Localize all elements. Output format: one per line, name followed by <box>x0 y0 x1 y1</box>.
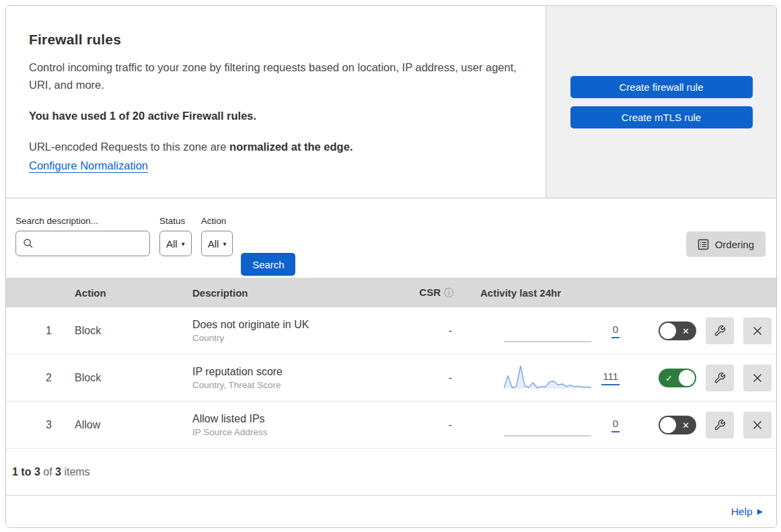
page-title: Firewall rules <box>29 32 519 48</box>
chevron-down-icon: ▾ <box>182 240 185 248</box>
table-header: Action Description CSRⓘ Activity last 24… <box>6 278 776 307</box>
toggle-state-icon: ✓ <box>665 373 673 382</box>
rule-csr-value: - <box>403 372 470 384</box>
action-label: Action <box>201 216 233 226</box>
search-icon <box>23 238 34 249</box>
info-icon[interactable]: ⓘ <box>444 287 453 298</box>
action-filter-group: Action All ▾ <box>201 216 233 256</box>
rule-delete-cell <box>734 317 776 344</box>
delete-rule-button[interactable] <box>743 317 772 344</box>
rule-toggle-cell: ✕ <box>632 416 699 434</box>
delete-rule-button[interactable] <box>743 365 772 391</box>
activity-sparkline <box>504 316 591 346</box>
status-select[interactable]: All ▾ <box>159 231 192 256</box>
create-mtls-rule-button[interactable]: Create mTLS rule <box>570 106 753 128</box>
edit-rule-button[interactable] <box>706 412 734 439</box>
rule-description-cell: Allow listed IPs IP Source Address <box>192 413 403 437</box>
rule-enabled-toggle[interactable]: ✕ <box>659 321 696 340</box>
rule-priority: 3 <box>6 419 75 431</box>
page-header: Firewall rules Control incoming traffic … <box>6 6 776 198</box>
wrench-icon <box>714 372 726 384</box>
actions-panel: Create firewall rule Create mTLS rule <box>546 6 776 198</box>
rule-toggle-cell: ✓ <box>632 369 699 387</box>
rule-edit-cell <box>699 365 734 391</box>
toggle-state-icon: ✕ <box>682 326 690 335</box>
rule-description-cell: Does not originate in UK Country <box>192 319 403 343</box>
wrench-icon <box>714 419 726 431</box>
search-box[interactable] <box>15 231 150 256</box>
chevron-down-icon: ▾ <box>223 240 226 248</box>
toggle-knob <box>660 323 676 339</box>
status-label: Status <box>159 216 192 226</box>
close-icon <box>752 373 763 383</box>
rule-action: Block <box>75 325 192 337</box>
normalization-notice: URL-encoded Requests to this zone are no… <box>29 141 519 153</box>
close-icon <box>752 326 763 336</box>
firewall-rules-page: Firewall rules Control incoming traffic … <box>5 5 777 528</box>
arrow-right-icon: ▶ <box>757 507 763 516</box>
rule-criteria: IP Source Address <box>192 427 403 437</box>
help-link[interactable]: Help ▶ <box>731 506 763 518</box>
rule-action: Allow <box>75 419 192 431</box>
rule-enabled-toggle[interactable]: ✕ <box>659 416 696 434</box>
column-description: Description <box>192 287 403 299</box>
usage-notice: You have used 1 of 20 active Firewall ru… <box>29 110 519 122</box>
wrench-icon <box>714 325 726 337</box>
intro-panel: Firewall rules Control incoming traffic … <box>6 6 546 198</box>
rule-csr-value: - <box>403 419 470 431</box>
delete-rule-button[interactable] <box>743 412 772 439</box>
rule-description: Allow listed IPs <box>192 413 403 425</box>
rule-criteria: Country, Threat Score <box>192 380 403 390</box>
rule-delete-cell <box>734 365 776 391</box>
rule-description: IP reputation score <box>192 366 403 378</box>
page-description: Control incoming traffic to your zone by… <box>29 59 519 93</box>
activity-sparkline <box>504 363 591 393</box>
rule-edit-cell <box>699 412 734 439</box>
rule-delete-cell <box>734 412 776 439</box>
column-action: Action <box>75 287 192 299</box>
search-input[interactable] <box>34 238 149 249</box>
rule-toggle-cell: ✕ <box>632 321 699 340</box>
search-group: Search description... <box>15 216 150 256</box>
rule-enabled-toggle[interactable]: ✓ <box>659 369 696 387</box>
rule-description-cell: IP reputation score Country, Threat Scor… <box>192 366 403 390</box>
close-icon <box>752 420 763 430</box>
action-select[interactable]: All ▾ <box>201 231 233 256</box>
search-label: Search description... <box>15 216 150 226</box>
activity-sparkline <box>504 410 591 440</box>
rule-description: Does not originate in UK <box>192 319 403 331</box>
rule-edit-cell <box>699 317 734 344</box>
rule-activity-cell: 0 <box>470 316 632 346</box>
toggle-knob <box>679 370 695 386</box>
rule-activity-cell: 0 <box>470 410 632 440</box>
rule-criteria: Country <box>192 333 403 343</box>
toggle-state-icon: ✕ <box>682 420 690 429</box>
activity-count-link[interactable]: 111 <box>601 371 620 385</box>
edit-rule-button[interactable] <box>706 317 734 344</box>
rule-priority: 2 <box>6 372 75 384</box>
table-row: 2 Block IP reputation score Country, Thr… <box>6 354 776 402</box>
status-filter-group: Status All ▾ <box>159 216 192 256</box>
rule-priority: 1 <box>6 325 75 337</box>
toggle-knob <box>660 417 676 433</box>
edit-rule-button[interactable] <box>706 365 734 391</box>
ordering-button[interactable]: Ordering <box>686 231 766 257</box>
help-row: Help ▶ <box>6 496 776 527</box>
ordering-list-icon <box>698 239 709 250</box>
create-firewall-rule-button[interactable]: Create firewall rule <box>570 76 753 98</box>
table-row: 1 Block Does not originate in UK Country… <box>6 307 776 354</box>
table-row: 3 Allow Allow listed IPs IP Source Addre… <box>6 402 776 449</box>
rule-csr-value: - <box>403 325 470 337</box>
column-csr: CSRⓘ <box>403 287 470 299</box>
column-activity: Activity last 24hr <box>470 287 632 299</box>
rule-activity-cell: 111 <box>470 363 632 393</box>
pagination-summary: 1 to 3 of 3 items <box>6 449 776 496</box>
search-button[interactable]: Search <box>241 253 295 276</box>
filter-bar: Search description... Status All ▾ Actio… <box>6 198 776 278</box>
rule-action: Block <box>75 372 192 384</box>
activity-count-link[interactable]: 0 <box>611 418 620 432</box>
configure-normalization-link[interactable]: Configure Normalization <box>29 159 148 172</box>
activity-count-link[interactable]: 0 <box>611 324 620 338</box>
